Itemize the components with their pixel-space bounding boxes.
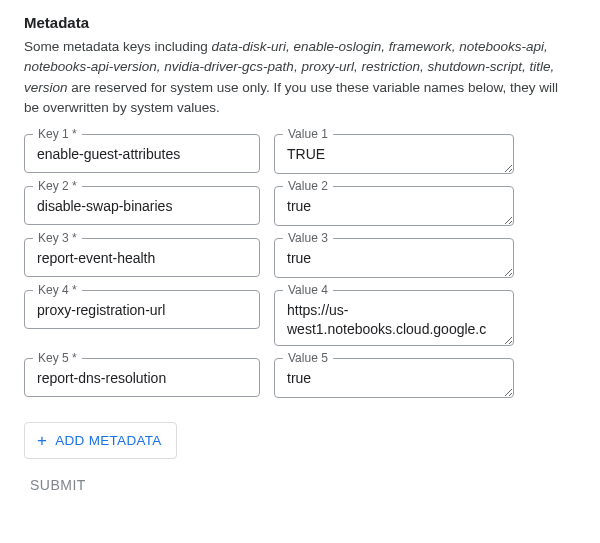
value-label-4: Value 4 [283, 283, 333, 297]
metadata-row: Key 5 * Value 5 true [24, 358, 576, 398]
metadata-row: Key 4 * Value 4 https://us-west1.noteboo… [24, 290, 576, 346]
key-field-5: Key 5 * [24, 358, 260, 397]
value-label-2: Value 2 [283, 179, 333, 193]
add-metadata-button[interactable]: + ADD METADATA [24, 422, 177, 459]
metadata-row: Key 1 * Value 1 TRUE [24, 134, 576, 174]
section-heading: Metadata [24, 14, 576, 31]
key-field-4: Key 4 * [24, 290, 260, 329]
value-field-2: Value 2 true [274, 186, 514, 226]
key-field-3: Key 3 * [24, 238, 260, 277]
value-field-4: Value 4 https://us-west1.notebooks.cloud… [274, 290, 514, 346]
key-label-5: Key 5 * [33, 351, 82, 365]
desc-suffix: are reserved for system use only. If you… [24, 80, 558, 115]
plus-icon: + [37, 432, 47, 449]
metadata-rows: Key 1 * Value 1 TRUE Key 2 * Value 2 tru… [24, 134, 576, 398]
key-field-2: Key 2 * [24, 186, 260, 225]
add-metadata-label: ADD METADATA [55, 433, 161, 448]
metadata-row: Key 3 * Value 3 true [24, 238, 576, 278]
desc-prefix: Some metadata keys including [24, 39, 212, 54]
section-description: Some metadata keys including data-disk-u… [24, 37, 576, 118]
value-input-4[interactable]: https://us-west1.notebooks.cloud.google.… [275, 291, 513, 345]
key-label-2: Key 2 * [33, 179, 82, 193]
value-field-5: Value 5 true [274, 358, 514, 398]
key-field-1: Key 1 * [24, 134, 260, 173]
key-label-3: Key 3 * [33, 231, 82, 245]
value-label-1: Value 1 [283, 127, 333, 141]
value-label-5: Value 5 [283, 351, 333, 365]
key-label-1: Key 1 * [33, 127, 82, 141]
key-label-4: Key 4 * [33, 283, 82, 297]
metadata-row: Key 2 * Value 2 true [24, 186, 576, 226]
value-label-3: Value 3 [283, 231, 333, 245]
value-field-1: Value 1 TRUE [274, 134, 514, 174]
value-field-3: Value 3 true [274, 238, 514, 278]
submit-button[interactable]: SUBMIT [30, 477, 86, 493]
